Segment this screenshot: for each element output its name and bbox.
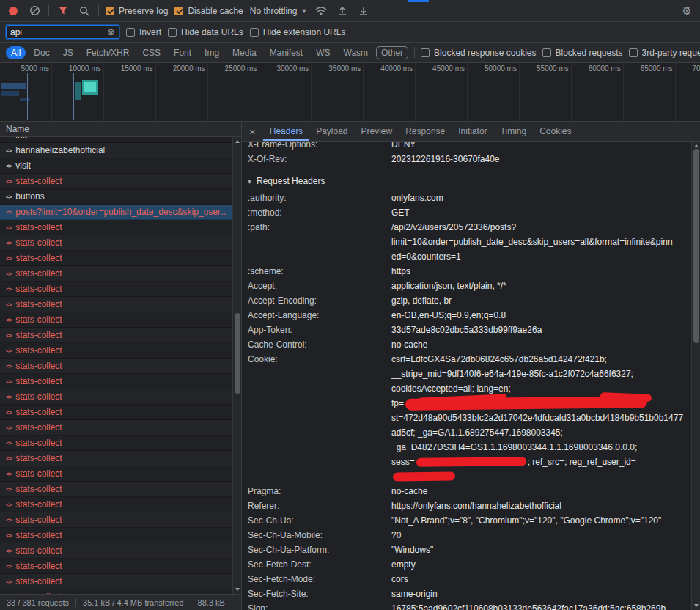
filter-chip-ws[interactable]: WS [311, 46, 335, 59]
disable-cache-checkbox[interactable]: Disable cache [174, 6, 243, 16]
header-row: Accept-Encoding:gzip, deflate, br [242, 293, 691, 308]
tab-payload[interactable]: Payload [309, 122, 354, 141]
filter-chip-media[interactable]: Media [227, 46, 262, 59]
hide-extension-urls-checkbox[interactable]: Hide extension URLs [250, 27, 346, 37]
tab-response[interactable]: Response [399, 122, 452, 141]
request-row[interactable]: <>stats-collect [0, 328, 232, 343]
request-row[interactable]: <>stats-collect [0, 574, 232, 589]
details-scrollbar[interactable] [691, 142, 700, 610]
tab-preview[interactable]: Preview [355, 122, 399, 141]
request-row[interactable]: <>stats-collect [0, 374, 232, 389]
filter-chip-css[interactable]: CSS [137, 46, 166, 59]
scroll-down-icon[interactable] [694, 604, 699, 607]
request-row[interactable]: <>stats-collect [0, 297, 232, 312]
request-row[interactable]: <>stats-collect [0, 389, 232, 405]
network-conditions-button[interactable] [314, 4, 328, 18]
filter-chip-js[interactable]: JS [58, 46, 78, 59]
overview-activity-bar [84, 82, 96, 92]
header-row: Accept-Language:en-GB,en-US;q=0.9,en;q=0… [242, 308, 691, 323]
scrollbar-thumb[interactable] [235, 313, 240, 394]
invert-checkbox[interactable]: Invert [126, 27, 161, 37]
record-button[interactable] [6, 4, 21, 18]
export-har-button[interactable] [356, 4, 371, 18]
request-label: stats-collect [15, 253, 62, 263]
invert-label: Invert [139, 27, 161, 37]
request-row[interactable]: <>visit [0, 158, 232, 174]
filter-chip-all[interactable]: All [6, 46, 26, 59]
header-name: Referer: [248, 499, 391, 513]
third-party-requests-checkbox[interactable]: 3rd-party requests [629, 48, 700, 58]
filter-toggle-button[interactable] [56, 4, 70, 18]
filter-chip-other[interactable]: Other [376, 46, 408, 59]
request-row[interactable]: <>stats-collect [0, 466, 232, 482]
scroll-up-icon[interactable] [694, 144, 699, 147]
request-row[interactable]: <>stats-collect [0, 282, 232, 297]
scroll-up-icon[interactable] [235, 140, 240, 143]
header-value-line: sess=; ref_src=; reg_ref_user_id= [391, 455, 686, 484]
search-button[interactable] [77, 4, 92, 18]
blocked-response-cookies-checkbox[interactable]: Blocked response cookies [421, 48, 536, 58]
filter-chip-img[interactable]: Img [199, 46, 224, 59]
request-label: hannahelizabethofficial [15, 145, 105, 155]
tab-initiator[interactable]: Initiator [452, 122, 493, 141]
filter-input[interactable]: api ⊗ [6, 25, 119, 39]
request-row[interactable]: <>stats-collect [0, 312, 232, 328]
error-doc-icon: <> [6, 378, 11, 385]
request-row[interactable]: <>stats-collect [0, 451, 232, 466]
request-row[interactable]: <>stats-collect [0, 220, 232, 235]
detail-tabs: HeadersPayloadPreviewResponseInitiatorTi… [263, 122, 578, 141]
request-row[interactable]: <>posts?limit=10&order=publish_date_desc… [0, 205, 232, 220]
request-list-scrollbar[interactable] [232, 137, 241, 594]
filter-chip-fetchxhr[interactable]: Fetch/XHR [81, 46, 135, 59]
request-row[interactable]: <>stats-collect [0, 235, 232, 251]
request-row[interactable]: <>stats-collect [0, 497, 232, 512]
request-row[interactable]: <>stats-collect [0, 266, 232, 282]
request-row[interactable]: <>stats-collect [0, 343, 232, 359]
request-row[interactable]: <>stats-collect [0, 420, 232, 436]
throttling-dropdown[interactable]: No throttling ▼ [250, 6, 308, 16]
overview-timeline[interactable]: 5000 ms10000 ms15000 ms20000 ms25000 ms3… [0, 63, 700, 122]
header-row: App-Token:33d57ade8c02dbc5a333db99ff9ae2… [242, 323, 691, 337]
import-har-button[interactable] [335, 4, 350, 18]
request-label: stats-collect [15, 530, 62, 540]
preserve-log-checkbox[interactable]: Preserve log [106, 6, 168, 16]
request-row[interactable]: <>stats-collect [0, 359, 232, 374]
request-row[interactable]: <>stats-collect [0, 559, 232, 574]
scroll-down-icon[interactable] [235, 588, 240, 591]
tab-timing[interactable]: Timing [494, 122, 534, 141]
request-row[interactable]: <>stats-collect [0, 528, 232, 543]
request-row[interactable]: <>stats-collect [0, 174, 232, 189]
request-row[interactable]: <>stats-collect [0, 512, 232, 528]
tab-headers[interactable]: Headers [263, 122, 309, 141]
request-headers-section[interactable]: ▾Request Headers [242, 172, 691, 191]
filter-chip-font[interactable]: Font [169, 46, 196, 59]
filter-chip-doc[interactable]: Doc [29, 46, 54, 59]
tab-cookies[interactable]: Cookies [533, 122, 578, 141]
header-value: 33d57ade8c02dbc5a333db99ff9ae26a [391, 323, 686, 337]
settings-button[interactable]: ⚙ [679, 4, 694, 18]
request-row[interactable]: <>stats-collect [0, 251, 232, 266]
request-row[interactable]: <>stats-collect [0, 543, 232, 559]
header-value: "Not_A Brand";v="8", "Chromium";v="120",… [391, 513, 686, 528]
request-row[interactable]: <>init [0, 137, 232, 143]
request-row[interactable]: <>stats-collect [0, 436, 232, 451]
request-row[interactable]: <>buttons [0, 189, 232, 205]
request-row[interactable]: <>stats-collect [0, 482, 232, 497]
name-column-header[interactable]: Name [0, 122, 241, 137]
request-details-panel: × HeadersPayloadPreviewResponseInitiator… [242, 122, 700, 610]
request-row[interactable]: <>stats-collect [0, 405, 232, 420]
error-doc-icon: <> [6, 440, 11, 447]
scrollbar-thumb[interactable] [693, 149, 699, 343]
filter-chip-wasm[interactable]: Wasm [339, 46, 374, 59]
clear-filter-icon[interactable]: ⊗ [107, 27, 115, 37]
blocked-requests-checkbox[interactable]: Blocked requests [542, 48, 623, 58]
clear-log-button[interactable] [27, 4, 42, 18]
request-row[interactable]: <>hannahelizabethofficial [0, 143, 232, 158]
header-value: "Windows" [391, 543, 686, 557]
overview-tick: 35000 ms [312, 63, 364, 121]
filter-chip-manifest[interactable]: Manifest [265, 46, 308, 59]
header-value: csrf=LdfcGX4Sa72db06824c657db26a5d142472… [391, 352, 686, 484]
close-details-button[interactable]: × [242, 122, 263, 141]
hide-data-urls-checkbox[interactable]: Hide data URLs [168, 27, 243, 37]
error-doc-icon: <> [6, 209, 11, 216]
